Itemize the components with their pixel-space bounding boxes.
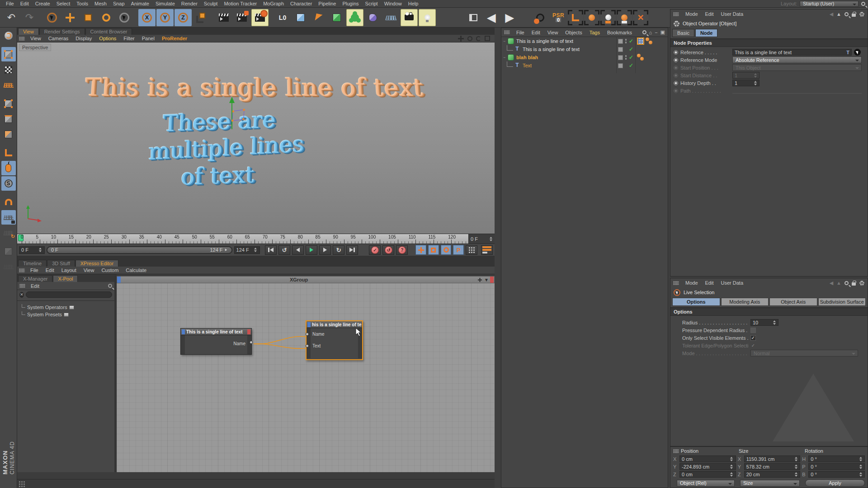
key-position-toggle[interactable] xyxy=(415,245,426,255)
drag-handle-icon[interactable] xyxy=(673,281,679,285)
edges-mode-button[interactable] xyxy=(1,112,16,126)
xpresso-menu-item[interactable]: File xyxy=(27,267,42,273)
menu-item[interactable]: Create xyxy=(32,1,53,6)
xgroup-collapse-icon[interactable]: ▼ xyxy=(484,277,489,282)
viewport-menu-item[interactable]: Display xyxy=(72,36,95,41)
goto-end-button[interactable] xyxy=(346,245,358,255)
input-port-name[interactable] xyxy=(306,333,309,336)
object-manager-menu-item[interactable]: Tags xyxy=(586,30,604,35)
viewport-menu-item[interactable]: Panel xyxy=(138,36,158,41)
maximize-view-icon[interactable] xyxy=(485,36,490,41)
tool-tab[interactable]: Options xyxy=(672,298,720,306)
size-x-field[interactable]: 1150.391 cm xyxy=(744,455,801,462)
viewport-menu-item[interactable]: ProRender xyxy=(158,36,191,41)
key-scale-toggle[interactable] xyxy=(428,245,439,255)
menu-item[interactable]: Select xyxy=(53,1,74,6)
menu-item[interactable]: Help xyxy=(405,1,422,6)
position-z-field[interactable]: 0 cm xyxy=(679,471,736,478)
tool-menu-item[interactable]: Mode xyxy=(682,280,702,286)
enabled-check-icon[interactable]: ✓ xyxy=(629,38,633,44)
start-frame-field[interactable]: 0 F xyxy=(19,246,45,254)
menu-item[interactable]: Tools xyxy=(73,1,91,6)
xpool-search-input[interactable] xyxy=(26,291,112,298)
dock-tab[interactable]: XPresso Editor xyxy=(75,260,118,267)
end-frame-field[interactable]: 124 F xyxy=(234,246,260,254)
rotate-view-icon[interactable] xyxy=(476,36,481,41)
section-node-properties[interactable]: Node Properties xyxy=(670,39,868,47)
frame-icon[interactable]: ▣ xyxy=(660,29,665,35)
menu-item[interactable]: Script xyxy=(362,1,381,6)
home-icon[interactable]: ⌂ xyxy=(649,30,652,35)
menu-item[interactable]: File xyxy=(3,1,17,6)
section-options[interactable]: Options xyxy=(670,308,868,316)
parent-up-icon[interactable]: ▲ xyxy=(836,11,841,17)
preview-range-slider[interactable]: 0 F 124 F xyxy=(47,246,232,254)
menu-item[interactable]: Motion Tracker xyxy=(221,1,260,6)
radius-field[interactable]: 10 xyxy=(750,319,778,326)
xpool-edit-menu[interactable]: Edit xyxy=(27,283,43,289)
visibility-dots-icon[interactable] xyxy=(625,38,627,44)
live-selection-tool[interactable] xyxy=(43,9,61,26)
redo-button[interactable]: ↷ xyxy=(21,9,38,26)
anim-record-circle[interactable] xyxy=(674,81,678,85)
drag-handle-icon[interactable] xyxy=(19,268,25,272)
xpresso-node-target[interactable]: his is a single line of te Name Text xyxy=(306,320,363,360)
viewport-menu-item[interactable]: Filter xyxy=(120,36,138,41)
tool-tab[interactable]: Subdivision Surface xyxy=(818,298,866,306)
xpresso-node-source[interactable]: This is a single line of text Name xyxy=(180,328,252,355)
viewport-menu-item[interactable]: Options xyxy=(95,36,120,41)
object-manager-menu-item[interactable]: Edit xyxy=(528,30,544,35)
menu-item[interactable]: MoGraph xyxy=(260,1,287,6)
menu-item[interactable]: Pipeline xyxy=(315,1,339,6)
undo-button[interactable]: ↶ xyxy=(3,9,20,26)
enable-snap-button[interactable] xyxy=(1,195,16,209)
xgroup-canvas-body[interactable] xyxy=(117,283,495,472)
deformers-button[interactable] xyxy=(364,9,382,26)
loop-playback-button[interactable]: ↻ xyxy=(333,245,344,255)
keyframe-selection-button[interactable]: ? xyxy=(396,245,408,255)
xpool-tab[interactable]: X-Manager xyxy=(18,275,52,282)
tab-node[interactable]: Node xyxy=(695,29,718,37)
zoom-view-icon[interactable] xyxy=(467,36,472,41)
xpresso-canvas[interactable]: XGroup ▼ This is a single line of text xyxy=(117,274,495,472)
polygons-mode-button[interactable] xyxy=(1,127,16,141)
size-y-field[interactable]: 578.32 cm xyxy=(744,463,801,470)
search-icon[interactable] xyxy=(642,30,646,34)
camera-button[interactable] xyxy=(401,9,418,26)
keyframe-psr-toggle[interactable]: PSR0 xyxy=(550,9,567,26)
caps-tag-icon[interactable] xyxy=(646,38,654,45)
rotate-tool[interactable] xyxy=(98,9,115,26)
record-active-objects-button[interactable] xyxy=(532,9,549,26)
axis-zero-button[interactable]: L0 xyxy=(274,9,291,26)
camera-label[interactable]: Perspective xyxy=(19,44,51,51)
align-workplane-button[interactable]: ↻ xyxy=(1,225,16,240)
record-keyframe-button[interactable]: ✓ xyxy=(369,245,381,255)
menu-item[interactable]: Animate xyxy=(128,1,152,6)
spline-pen-button[interactable] xyxy=(310,9,327,26)
xpresso-tag[interactable] xyxy=(637,38,644,45)
viewport-tab[interactable]: Render Settings xyxy=(39,28,85,35)
menu-item[interactable]: Plugins xyxy=(339,1,362,6)
xpresso-menu-item[interactable]: Calculate xyxy=(122,267,150,273)
history-back-icon[interactable]: ◀ xyxy=(830,11,833,17)
viewport-menu-item[interactable]: Cameras xyxy=(45,36,72,41)
menu-item[interactable]: Render xyxy=(178,1,201,6)
reference-mode-dropdown[interactable]: Absolute Reference xyxy=(732,56,862,63)
tab-basic[interactable]: Basic xyxy=(672,29,694,37)
key-parameter-toggle[interactable]: 0P xyxy=(453,245,464,255)
goto-start-button[interactable] xyxy=(265,245,277,255)
3d-text-single-line[interactable]: This is a single line of text xyxy=(84,74,411,102)
3d-viewport[interactable]: Perspective This is a single line of tex… xyxy=(17,42,495,234)
menu-item[interactable]: Mesh xyxy=(91,1,110,6)
generators-button[interactable] xyxy=(328,9,345,26)
object-manager-menu-item[interactable]: Objects xyxy=(561,30,585,35)
layout-select[interactable]: Startup (User) xyxy=(800,1,859,7)
size-z-field[interactable]: 20 cm xyxy=(744,471,801,478)
texture-mode-button[interactable] xyxy=(1,62,16,77)
xgroup-output-square[interactable] xyxy=(490,277,494,283)
output-port[interactable] xyxy=(250,341,253,344)
position-x-field[interactable]: 0 cm xyxy=(679,455,736,462)
menu-item[interactable]: Edit xyxy=(17,1,32,6)
scale-tool[interactable] xyxy=(80,9,97,26)
reference-field[interactable]: This is a single line of text T xyxy=(732,49,852,56)
